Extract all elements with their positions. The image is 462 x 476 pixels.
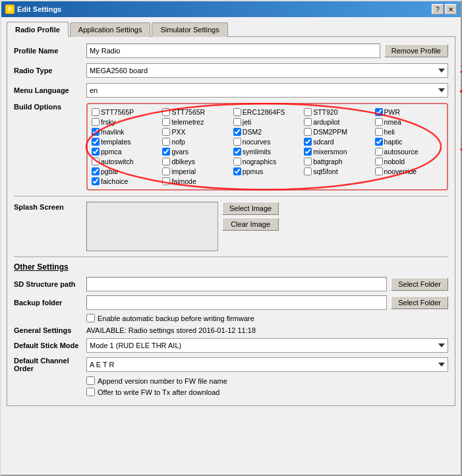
backup-folder-row: Backup folder Select Folder xyxy=(14,295,448,310)
checkbox-DSM2PPM[interactable] xyxy=(304,128,312,136)
checkbox-nooverride[interactable] xyxy=(375,167,383,175)
default-stick-mode-select[interactable]: Mode 1 (RUD ELE THR AIL) Mode 2 (AIL ELE… xyxy=(86,338,448,353)
build-options-wrapper: STT7565P STT7565R ERC12864FS xyxy=(86,103,448,191)
checkbox-templates[interactable] xyxy=(92,138,100,146)
default-channel-order-select[interactable]: A E T R T R A E xyxy=(86,357,448,372)
checkbox-sdcard[interactable] xyxy=(304,138,312,146)
sd-structure-row: SD Structure path Select Folder xyxy=(14,277,448,291)
checkbox-ppmus[interactable] xyxy=(233,167,241,175)
checkbox-mixersmon[interactable] xyxy=(304,148,312,156)
label-STT920: STT920 xyxy=(313,108,337,116)
default-channel-order-label: Default Channel Order xyxy=(14,357,86,372)
checkbox-nocurves[interactable] xyxy=(233,138,241,146)
checkbox-autoswitch[interactable] xyxy=(92,158,100,165)
radio-type-select[interactable]: MEGA2560 board xyxy=(86,63,448,78)
checkbox-STT7565R[interactable] xyxy=(162,108,170,116)
title-bar-left: ⚙ Edit Settings xyxy=(5,5,61,14)
title-bar: ⚙ Edit Settings ? ✕ xyxy=(1,1,461,17)
checkbox-haptic[interactable] xyxy=(375,138,383,146)
close-button[interactable]: ✕ xyxy=(445,4,457,15)
auto-backup-row: Enable automatic backup before writing f… xyxy=(86,314,448,322)
offer-write-checkbox[interactable] xyxy=(86,388,95,396)
label-ardupilot: ardupilot xyxy=(313,118,339,126)
tab-simulator-settings[interactable]: Simulator Settings xyxy=(152,22,227,37)
checkbox-faimode[interactable] xyxy=(162,177,170,185)
label-gvars: gvars xyxy=(171,148,188,156)
build-option-mixersmon: mixersmon xyxy=(304,148,372,156)
checkbox-telemetrez[interactable] xyxy=(162,118,170,126)
checkbox-jeti[interactable] xyxy=(233,118,241,126)
label-ppmus: ppmus xyxy=(243,167,264,175)
menu-language-control: en 2 xyxy=(86,83,448,98)
build-option-ardupilot: ardupilot xyxy=(304,118,372,126)
tab-application-settings[interactable]: Application Settings xyxy=(70,22,151,37)
checkbox-imperial[interactable] xyxy=(162,167,170,175)
build-option-templates: templates xyxy=(92,138,159,146)
tab-bar: Radio Profile Application Settings Simul… xyxy=(7,22,455,37)
checkbox-sqt5font[interactable] xyxy=(304,167,312,175)
checkbox-autosource[interactable] xyxy=(375,148,383,156)
profile-name-row: Profile Name Remove Profile xyxy=(14,44,448,58)
default-channel-order-row: Default Channel Order A E T R T R A E xyxy=(14,357,448,372)
label-nobold: nobold xyxy=(384,158,405,165)
build-options-section: Build Options STT7565P STT7565R xyxy=(14,103,448,191)
select-folder-backup-button[interactable]: Select Folder xyxy=(391,296,448,309)
append-version-row: Append version number to FW file name xyxy=(86,376,448,385)
label-PXX: PXX xyxy=(171,128,185,136)
checkbox-nmea[interactable] xyxy=(375,118,383,126)
checkbox-STT7565P[interactable] xyxy=(92,108,100,116)
checkbox-symlimits[interactable] xyxy=(233,148,241,156)
splash-preview-area xyxy=(86,202,218,251)
sd-structure-input[interactable] xyxy=(86,277,387,291)
checkbox-STT920[interactable] xyxy=(304,108,312,116)
label-jeti: jeti xyxy=(243,118,251,126)
checkbox-heli[interactable] xyxy=(375,128,383,136)
append-version-checkbox[interactable] xyxy=(86,376,95,385)
checkbox-nofp[interactable] xyxy=(162,138,170,146)
checkbox-nographics[interactable] xyxy=(233,158,241,165)
profile-name-input[interactable] xyxy=(86,44,380,58)
backup-folder-input[interactable] xyxy=(86,295,387,310)
checkbox-battgraph[interactable] xyxy=(304,158,312,165)
checkbox-nobold[interactable] xyxy=(375,158,383,165)
checkbox-ERC12864FS[interactable] xyxy=(233,108,241,116)
build-option-faichoice: faichoice xyxy=(92,177,159,185)
radio-type-row: Radio Type MEGA2560 board 1 xyxy=(14,63,448,78)
checkbox-dblkeys[interactable] xyxy=(162,158,170,165)
build-options-grid: STT7565P STT7565R ERC12864FS xyxy=(86,103,448,191)
radio-type-label: Radio Type xyxy=(14,67,86,74)
checkbox-gvars[interactable] xyxy=(162,148,170,156)
label-ERC12864FS: ERC12864FS xyxy=(243,108,285,116)
build-option-nobold: nobold xyxy=(375,158,443,165)
checkbox-PWR[interactable] xyxy=(375,108,383,116)
checkbox-pgbar[interactable] xyxy=(92,167,100,175)
build-option-heli: heli xyxy=(375,128,443,136)
checkbox-PXX[interactable] xyxy=(162,128,170,136)
checkbox-faichoice[interactable] xyxy=(92,177,100,185)
remove-profile-button[interactable]: Remove Profile xyxy=(384,44,448,57)
select-folder-sd-button[interactable]: Select Folder xyxy=(391,278,448,291)
build-option-nographics: nographics xyxy=(233,158,301,165)
radio-type-control: MEGA2560 board 1 xyxy=(86,63,448,78)
general-settings-row: General Settings AVAILABLE: Radio settin… xyxy=(14,326,448,334)
tab-radio-profile[interactable]: Radio Profile xyxy=(7,22,69,37)
build-option-nmea: nmea xyxy=(375,118,443,126)
offer-write-label: Offer to write FW to Tx after download xyxy=(98,388,219,396)
build-option-pgbar: pgbar xyxy=(92,167,159,175)
checkbox-DSM2[interactable] xyxy=(233,128,241,136)
app-icon: ⚙ xyxy=(5,5,14,14)
profile-name-label: Profile Name xyxy=(14,47,86,55)
select-image-button[interactable]: Select Image xyxy=(222,202,279,215)
label-sqt5font: sqt5font xyxy=(313,167,337,175)
help-button[interactable]: ? xyxy=(432,4,444,15)
checkbox-mavlink[interactable] xyxy=(92,128,100,136)
build-option-STT920: STT920 xyxy=(304,108,372,116)
checkbox-ardupilot[interactable] xyxy=(304,118,312,126)
auto-backup-checkbox[interactable] xyxy=(86,314,95,322)
checkbox-ppmca[interactable] xyxy=(92,148,100,156)
checkbox-frsky[interactable] xyxy=(92,118,100,126)
clear-image-button[interactable]: Clear Image xyxy=(222,218,279,231)
menu-language-select[interactable]: en xyxy=(86,83,448,98)
offer-write-row: Offer to write FW to Tx after download xyxy=(86,388,448,396)
default-stick-mode-label: Default Stick Mode xyxy=(14,342,86,349)
